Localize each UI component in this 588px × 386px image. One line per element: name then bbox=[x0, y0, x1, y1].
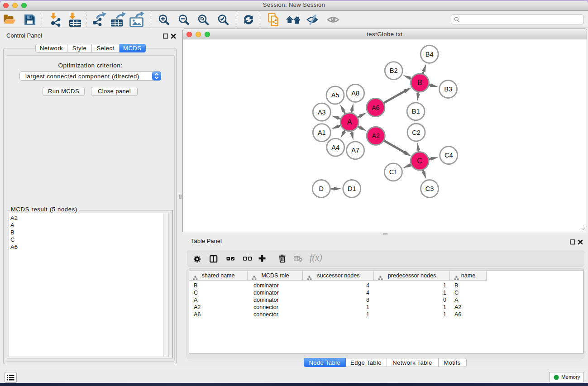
svg-text:B1: B1 bbox=[412, 108, 420, 115]
svg-text:A5: A5 bbox=[331, 91, 339, 99]
svg-text:D: D bbox=[319, 185, 324, 192]
svg-text:C4: C4 bbox=[445, 152, 453, 159]
svg-text:A3: A3 bbox=[318, 109, 326, 116]
svg-text:A7: A7 bbox=[351, 147, 359, 154]
svg-text:A: A bbox=[347, 118, 352, 126]
svg-text:B3: B3 bbox=[444, 86, 452, 93]
svg-text:C3: C3 bbox=[425, 185, 434, 192]
svg-text:B2: B2 bbox=[390, 67, 398, 74]
svg-text:A2: A2 bbox=[372, 132, 380, 139]
svg-text:A8: A8 bbox=[351, 90, 359, 97]
svg-text:C2: C2 bbox=[412, 129, 421, 136]
svg-text:D1: D1 bbox=[348, 185, 356, 192]
svg-text:A6: A6 bbox=[372, 104, 380, 111]
svg-text:A1: A1 bbox=[318, 129, 326, 136]
svg-text:C: C bbox=[417, 157, 422, 165]
svg-text:A4: A4 bbox=[331, 144, 339, 151]
svg-text:C1: C1 bbox=[389, 168, 398, 176]
svg-text:B4: B4 bbox=[425, 51, 434, 58]
svg-text:B: B bbox=[417, 79, 422, 86]
